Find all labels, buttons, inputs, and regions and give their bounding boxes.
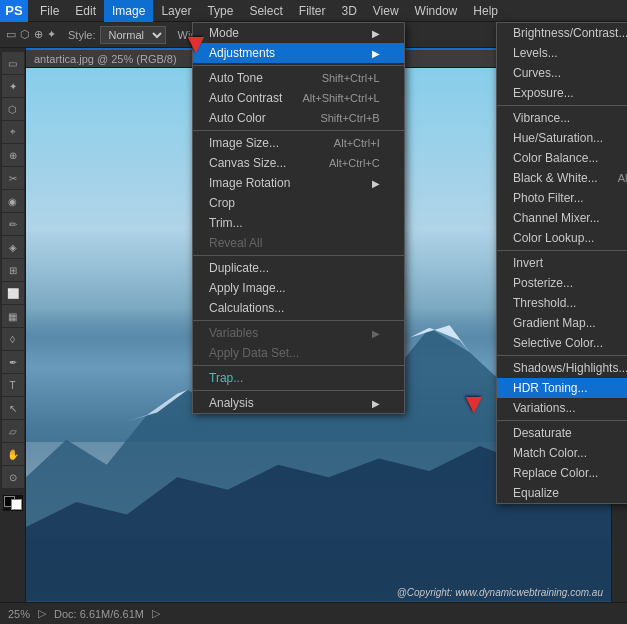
tool-marquee[interactable]: ▭ bbox=[2, 52, 24, 74]
adj-channel-mixer[interactable]: Channel Mixer... bbox=[497, 208, 627, 228]
menu-analysis[interactable]: Analysis ▶ bbox=[193, 393, 404, 413]
left-toolbar: ▭ ✦ ⬡ ⌖ ⊕ ✂ ◉ ✏ ◈ ⊞ ⬜ ▦ ◊ ✒ T ↖ ▱ ✋ ⊙ bbox=[0, 48, 26, 602]
tool-crop[interactable]: ⊕ bbox=[2, 144, 24, 166]
menu-apply-image[interactable]: Apply Image... bbox=[193, 278, 404, 298]
adj-threshold[interactable]: Threshold... bbox=[497, 293, 627, 313]
tool-hand[interactable]: ✋ bbox=[2, 443, 24, 465]
image-menu: Mode ▶ Adjustments ▶ Auto Tone Shift+Ctr… bbox=[192, 22, 405, 414]
adj-replace-color[interactable]: Replace Color... bbox=[497, 463, 627, 483]
tool-pen[interactable]: ✒ bbox=[2, 351, 24, 373]
menu-layer[interactable]: Layer bbox=[153, 0, 199, 22]
menu-auto-tone[interactable]: Auto Tone Shift+Ctrl+L bbox=[193, 68, 404, 88]
tool-eyedropper[interactable]: ✂ bbox=[2, 167, 24, 189]
adj-photo-filter[interactable]: Photo Filter... bbox=[497, 188, 627, 208]
separator-3 bbox=[193, 255, 404, 256]
separator-5 bbox=[193, 365, 404, 366]
menu-trim[interactable]: Trim... bbox=[193, 213, 404, 233]
menu-edit[interactable]: Edit bbox=[67, 0, 104, 22]
adj-color-balance[interactable]: Color Balance... Ctrl+B bbox=[497, 148, 627, 168]
menu-image[interactable]: Image bbox=[104, 0, 153, 22]
tool-option-3: ✦ bbox=[47, 28, 56, 41]
menu-image-size[interactable]: Image Size... Alt+Ctrl+I bbox=[193, 133, 404, 153]
adj-desaturate[interactable]: Desaturate Shift+Ctrl+U bbox=[497, 423, 627, 443]
adj-levels[interactable]: Levels... Ctrl+L bbox=[497, 43, 627, 63]
menubar: PS File Edit Image Layer Type Select Fil… bbox=[0, 0, 627, 22]
separator-1 bbox=[193, 65, 404, 66]
menu-view[interactable]: View bbox=[365, 0, 407, 22]
menu-image-rotation[interactable]: Image Rotation ▶ bbox=[193, 173, 404, 193]
menu-variables: Variables ▶ bbox=[193, 323, 404, 343]
doc-info: Doc: 6.61M/6.61M bbox=[54, 608, 144, 620]
tool-dodge[interactable]: ◊ bbox=[2, 328, 24, 350]
arrow-up-1: ▲ bbox=[182, 30, 210, 62]
tool-path-select[interactable]: ↖ bbox=[2, 397, 24, 419]
tool-option-2: ⊕ bbox=[34, 28, 43, 41]
menu-auto-contrast[interactable]: Auto Contrast Alt+Shift+Ctrl+L bbox=[193, 88, 404, 108]
menu-reveal-all: Reveal All bbox=[193, 233, 404, 253]
menu-type[interactable]: Type bbox=[199, 0, 241, 22]
app-icon: PS bbox=[0, 0, 28, 22]
menu-file[interactable]: File bbox=[32, 0, 67, 22]
menu-trap[interactable]: Trap... bbox=[193, 368, 404, 388]
adj-black-white[interactable]: Black & White... Alt+Shift+Ctrl+B bbox=[497, 168, 627, 188]
menu-crop[interactable]: Crop bbox=[193, 193, 404, 213]
adj-sep-4 bbox=[497, 420, 627, 421]
foreground-background-colors[interactable] bbox=[3, 495, 23, 511]
adj-equalize[interactable]: Equalize bbox=[497, 483, 627, 503]
separator-6 bbox=[193, 390, 404, 391]
tool-gradient[interactable]: ▦ bbox=[2, 305, 24, 327]
adj-posterize[interactable]: Posterize... bbox=[497, 273, 627, 293]
adj-gradient-map[interactable]: Gradient Map... bbox=[497, 313, 627, 333]
adj-vibrance[interactable]: Vibrance... bbox=[497, 108, 627, 128]
tool-move[interactable]: ✦ bbox=[2, 75, 24, 97]
adj-sep-2 bbox=[497, 250, 627, 251]
adj-sep-3 bbox=[497, 355, 627, 356]
menu-calculations[interactable]: Calculations... bbox=[193, 298, 404, 318]
menu-canvas-size[interactable]: Canvas Size... Alt+Ctrl+C bbox=[193, 153, 404, 173]
tool-quick-select[interactable]: ⌖ bbox=[2, 121, 24, 143]
tool-type[interactable]: T bbox=[2, 374, 24, 396]
separator-4 bbox=[193, 320, 404, 321]
adj-curves[interactable]: Curves... Ctrl+M bbox=[497, 63, 627, 83]
tool-icon-rect: ▭ bbox=[6, 28, 16, 41]
tool-history[interactable]: ⊞ bbox=[2, 259, 24, 281]
tool-zoom[interactable]: ⊙ bbox=[2, 466, 24, 488]
adj-exposure[interactable]: Exposure... bbox=[497, 83, 627, 103]
copyright-text: @Copyright: www.dynamicwebtraining.com.a… bbox=[397, 587, 603, 598]
adj-color-lookup[interactable]: Color Lookup... bbox=[497, 228, 627, 248]
menu-window[interactable]: Window bbox=[407, 0, 466, 22]
adj-invert[interactable]: Invert Ctrl+I bbox=[497, 253, 627, 273]
style-select[interactable]: Normal bbox=[100, 26, 166, 44]
adj-shadows-highlights[interactable]: Shadows/Highlights... bbox=[497, 358, 627, 378]
adj-hue-saturation[interactable]: Hue/Saturation... Ctrl+U bbox=[497, 128, 627, 148]
adj-hdr-toning[interactable]: HDR Toning... bbox=[497, 378, 627, 398]
adj-variations[interactable]: Variations... bbox=[497, 398, 627, 418]
menu-auto-color[interactable]: Auto Color Shift+Ctrl+B bbox=[193, 108, 404, 128]
tool-healing[interactable]: ◉ bbox=[2, 190, 24, 212]
nav-arrow: ▷ bbox=[152, 607, 160, 620]
menu-image-adjustments[interactable]: Adjustments ▶ bbox=[193, 43, 404, 63]
zoom-level: 25% bbox=[8, 608, 30, 620]
adj-brightness-contrast[interactable]: Brightness/Contrast... bbox=[497, 23, 627, 43]
menu-3d[interactable]: 3D bbox=[333, 0, 364, 22]
adjustments-submenu: Brightness/Contrast... Levels... Ctrl+L … bbox=[496, 22, 627, 504]
zoom-icon: ▷ bbox=[38, 607, 46, 620]
separator-2 bbox=[193, 130, 404, 131]
tool-clone[interactable]: ◈ bbox=[2, 236, 24, 258]
tool-shape[interactable]: ▱ bbox=[2, 420, 24, 442]
menu-filter[interactable]: Filter bbox=[291, 0, 334, 22]
arrow-up-2: ▲ bbox=[460, 390, 488, 422]
adj-selective-color[interactable]: Selective Color... bbox=[497, 333, 627, 353]
adj-sep-1 bbox=[497, 105, 627, 106]
adj-match-color[interactable]: Match Color... bbox=[497, 443, 627, 463]
status-bar: 25% ▷ Doc: 6.61M/6.61M ▷ bbox=[0, 602, 627, 624]
menu-duplicate[interactable]: Duplicate... bbox=[193, 258, 404, 278]
menu-select[interactable]: Select bbox=[241, 0, 290, 22]
tool-lasso[interactable]: ⬡ bbox=[2, 98, 24, 120]
menu-help[interactable]: Help bbox=[465, 0, 506, 22]
menu-image-mode[interactable]: Mode ▶ bbox=[193, 23, 404, 43]
tool-option-1: ⬡ bbox=[20, 28, 30, 41]
tool-brush[interactable]: ✏ bbox=[2, 213, 24, 235]
style-label: Style: bbox=[68, 29, 96, 41]
tool-eraser[interactable]: ⬜ bbox=[2, 282, 24, 304]
